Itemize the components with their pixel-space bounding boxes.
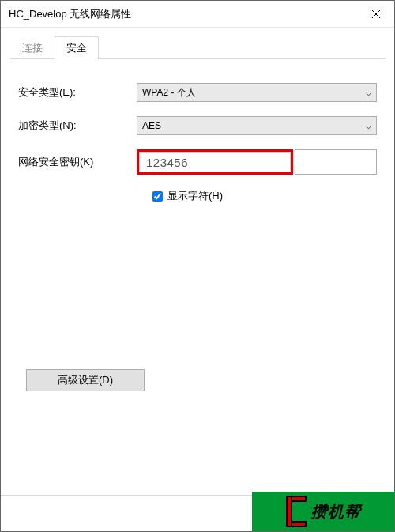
security-panel: 安全类型(E): WPA2 - 个人 ⌵ 加密类型(N): AES ⌵	[10, 59, 385, 399]
encryption-type-select[interactable]: AES ⌵	[137, 116, 377, 135]
encryption-type-value: AES	[142, 120, 161, 131]
show-chars-checkbox[interactable]	[152, 191, 163, 202]
watermark-text: 攒机帮	[311, 501, 361, 523]
dialog-window: HC_Develop 无线网络属性 连接 安全 安全类型(E): WPA2 - …	[0, 0, 395, 532]
network-key-value: 123456	[146, 156, 188, 169]
security-type-select[interactable]: WPA2 - 个人 ⌵	[137, 83, 377, 102]
window-title: HC_Develop 无线网络属性	[9, 7, 358, 21]
show-chars-row: 显示字符(H)	[152, 189, 377, 203]
network-key-label: 网络安全密钥(K)	[18, 155, 137, 169]
close-button[interactable]	[358, 1, 394, 27]
show-chars-label: 显示字符(H)	[167, 189, 223, 203]
chevron-down-icon: ⌵	[366, 87, 371, 98]
chevron-down-icon: ⌵	[366, 120, 371, 131]
tab-connection[interactable]: 连接	[10, 36, 55, 59]
watermark: 攒机帮	[252, 492, 394, 531]
title-bar: HC_Develop 无线网络属性	[1, 1, 394, 28]
network-key-input-rest[interactable]	[295, 149, 377, 175]
encryption-type-label: 加密类型(N):	[18, 119, 137, 133]
tab-security[interactable]: 安全	[55, 36, 99, 59]
security-type-value: WPA2 - 个人	[142, 86, 196, 100]
advanced-settings-button[interactable]: 高级设置(D)	[26, 369, 145, 391]
client-area: 连接 安全 安全类型(E): WPA2 - 个人 ⌵ 加密类型(N): AES	[1, 28, 394, 495]
watermark-logo-icon	[286, 496, 307, 527]
security-type-label: 安全类型(E):	[18, 85, 137, 100]
tab-strip: 连接 安全	[10, 36, 385, 59]
close-icon	[372, 10, 380, 18]
network-key-input[interactable]: 123456	[139, 152, 291, 172]
network-key-highlight: 123456	[137, 149, 293, 175]
